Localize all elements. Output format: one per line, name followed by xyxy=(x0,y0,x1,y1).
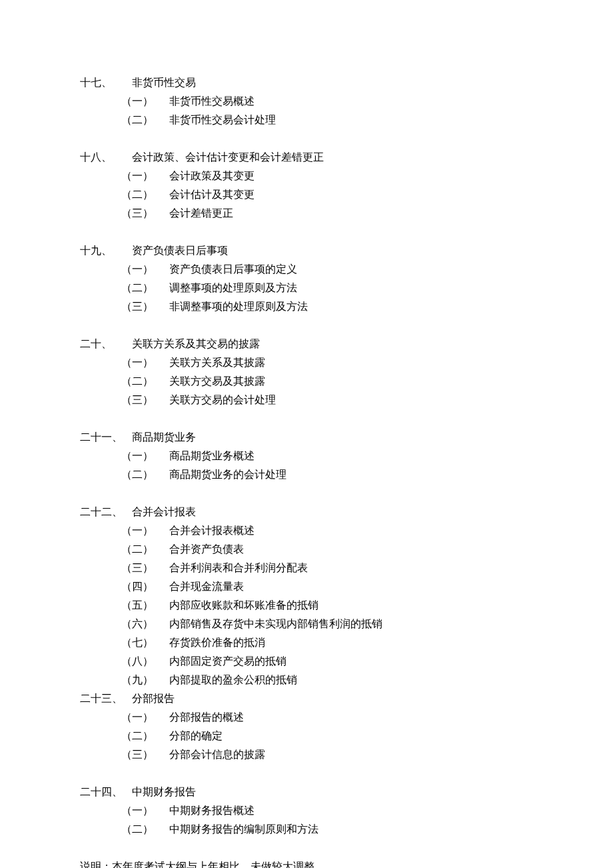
item-text: 商品期货业务的会计处理 xyxy=(169,465,287,484)
outline-section: 二十一、商品期货业务（一）商品期货业务概述（二）商品期货业务的会计处理 xyxy=(80,428,533,484)
outline-section: 二十二、合并会计报表（一）合并会计报表概述（二）合并资产负债表（三）合并利润表和… xyxy=(80,503,533,689)
section-heading: 二十三、分部报告 xyxy=(80,689,533,708)
item-text: 合并资产负债表 xyxy=(169,540,244,559)
item-text: 非货币性交易会计处理 xyxy=(169,111,276,129)
section-number: 二十、 xyxy=(80,335,132,353)
section-title: 合并会计报表 xyxy=(132,503,196,521)
section-heading: 十七、非货币性交易 xyxy=(80,73,533,92)
item-text: 非调整事项的处理原则及方法 xyxy=(169,297,308,316)
item-marker: （三） xyxy=(121,745,169,764)
item-marker: （八） xyxy=(121,652,169,671)
section-heading: 二十二、合并会计报表 xyxy=(80,503,533,521)
section-heading: 十九、资产负债表日后事项 xyxy=(80,241,533,260)
list-item: （四）合并现金流量表 xyxy=(80,577,533,596)
item-marker: （二） xyxy=(121,111,169,129)
section-title: 非货币性交易 xyxy=(132,73,196,92)
item-marker: （五） xyxy=(121,596,169,615)
list-item: （一）会计政策及其变更 xyxy=(80,167,533,185)
item-marker: （二） xyxy=(121,185,169,204)
item-marker: （一） xyxy=(121,92,169,111)
section-heading: 二十一、商品期货业务 xyxy=(80,428,533,447)
section-number: 二十三、 xyxy=(80,689,132,708)
item-text: 非货币性交易概述 xyxy=(169,92,255,111)
list-item: （三）分部会计信息的披露 xyxy=(80,745,533,764)
item-text: 内部提取的盈余公积的抵销 xyxy=(169,671,297,689)
section-number: 二十二、 xyxy=(80,503,132,521)
section-title: 资产负债表日后事项 xyxy=(132,241,228,260)
item-text: 商品期货业务概述 xyxy=(169,447,255,465)
section-heading: 二十、关联方关系及其交易的披露 xyxy=(80,335,533,353)
item-marker: （二） xyxy=(121,465,169,484)
section-title: 会计政策、会计估计变更和会计差错更正 xyxy=(132,148,324,167)
item-marker: （六） xyxy=(121,615,169,633)
section-number: 十九、 xyxy=(80,241,132,260)
item-marker: （九） xyxy=(121,671,169,689)
list-item: （七）存货跌价准备的抵消 xyxy=(80,633,533,652)
item-marker: （三） xyxy=(121,559,169,577)
item-marker: （三） xyxy=(121,391,169,409)
item-text: 存货跌价准备的抵消 xyxy=(169,633,265,652)
list-item: （一）关联方关系及其披露 xyxy=(80,353,533,372)
item-text: 中期财务报告概述 xyxy=(169,801,255,820)
outline-section: 二十三、分部报告（一）分部报告的概述（二）分部的确定（三）分部会计信息的披露 xyxy=(80,689,533,764)
item-text: 关联方关系及其披露 xyxy=(169,353,265,372)
item-text: 资产负债表日后事项的定义 xyxy=(169,260,297,279)
list-item: （二）中期财务报告的编制原则和方法 xyxy=(80,820,533,839)
list-item: （三）会计差错更正 xyxy=(80,204,533,223)
section-number: 二十四、 xyxy=(80,783,132,801)
outline-section: 十七、非货币性交易（一）非货币性交易概述（二）非货币性交易会计处理 xyxy=(80,73,533,129)
item-text: 分部会计信息的披露 xyxy=(169,745,265,764)
list-item: （一）中期财务报告概述 xyxy=(80,801,533,820)
item-marker: （二） xyxy=(121,372,169,391)
item-marker: （一） xyxy=(121,167,169,185)
section-number: 十七、 xyxy=(80,73,132,92)
list-item: （二）商品期货业务的会计处理 xyxy=(80,465,533,484)
document-page: 十七、非货币性交易（一）非货币性交易概述（二）非货币性交易会计处理十八、会计政策… xyxy=(0,0,613,868)
list-item: （三）关联方交易的会计处理 xyxy=(80,391,533,409)
section-title: 关联方关系及其交易的披露 xyxy=(132,335,260,353)
item-marker: （一） xyxy=(121,708,169,727)
list-item: （二）会计估计及其变更 xyxy=(80,185,533,204)
list-item: （三）合并利润表和合并利润分配表 xyxy=(80,559,533,577)
section-title: 商品期货业务 xyxy=(132,428,196,447)
list-item: （一）分部报告的概述 xyxy=(80,708,533,727)
list-item: （一）合并会计报表概述 xyxy=(80,521,533,540)
item-text: 合并利润表和合并利润分配表 xyxy=(169,559,308,577)
section-title: 中期财务报告 xyxy=(132,783,196,801)
item-marker: （二） xyxy=(121,279,169,297)
item-text: 内部固定资产交易的抵销 xyxy=(169,652,287,671)
item-text: 合并现金流量表 xyxy=(169,577,244,596)
item-text: 内部应收账款和坏账准备的抵销 xyxy=(169,596,318,615)
section-heading: 十八、会计政策、会计估计变更和会计差错更正 xyxy=(80,148,533,167)
list-item: （二）调整事项的处理原则及方法 xyxy=(80,279,533,297)
item-text: 关联方交易及其披露 xyxy=(169,372,265,391)
item-marker: （二） xyxy=(121,727,169,745)
list-item: （三）非调整事项的处理原则及方法 xyxy=(80,297,533,316)
footer-note: 说明：本年度考试大纲与上年相比，未做较大调整。 xyxy=(80,857,533,868)
list-item: （二）非货币性交易会计处理 xyxy=(80,111,533,129)
item-text: 中期财务报告的编制原则和方法 xyxy=(169,820,318,839)
list-item: （一）资产负债表日后事项的定义 xyxy=(80,260,533,279)
item-marker: （一） xyxy=(121,801,169,820)
list-item: （二）分部的确定 xyxy=(80,727,533,745)
list-item: （九）内部提取的盈余公积的抵销 xyxy=(80,671,533,689)
item-marker: （三） xyxy=(121,297,169,316)
item-text: 分部的确定 xyxy=(169,727,223,745)
list-item: （一）商品期货业务概述 xyxy=(80,447,533,465)
item-marker: （四） xyxy=(121,577,169,596)
item-marker: （三） xyxy=(121,204,169,223)
section-number: 二十一、 xyxy=(80,428,132,447)
item-text: 内部销售及存货中未实现内部销售利润的抵销 xyxy=(169,615,382,633)
section-title: 分部报告 xyxy=(132,689,175,708)
item-text: 会计政策及其变更 xyxy=(169,167,255,185)
section-heading: 二十四、中期财务报告 xyxy=(80,783,533,801)
list-item: （一）非货币性交易概述 xyxy=(80,92,533,111)
item-text: 分部报告的概述 xyxy=(169,708,244,727)
item-marker: （一） xyxy=(121,521,169,540)
list-item: （二）合并资产负债表 xyxy=(80,540,533,559)
item-marker: （一） xyxy=(121,447,169,465)
item-text: 合并会计报表概述 xyxy=(169,521,255,540)
item-text: 关联方交易的会计处理 xyxy=(169,391,276,409)
list-item: （二）关联方交易及其披露 xyxy=(80,372,533,391)
item-marker: （二） xyxy=(121,820,169,839)
